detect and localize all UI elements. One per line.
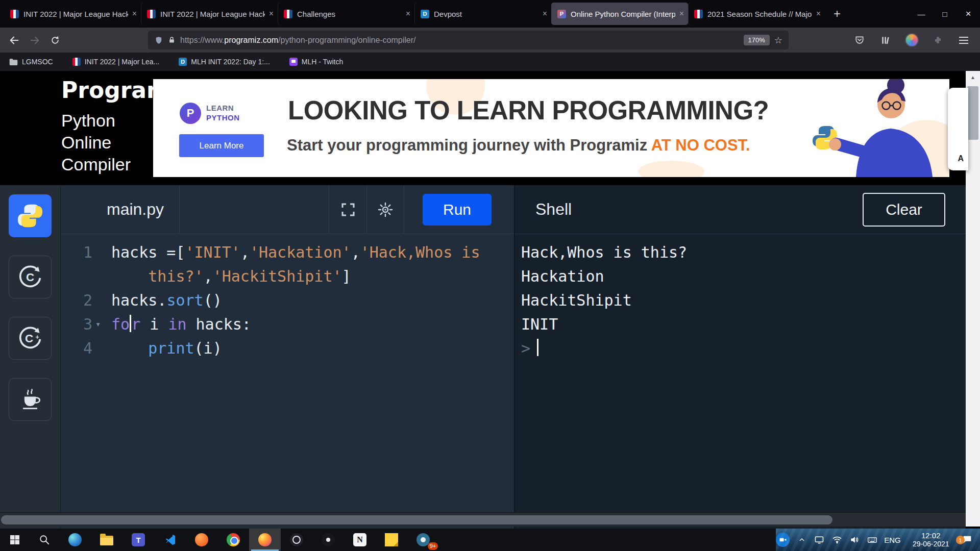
shell-prompt-row[interactable]: > — [521, 336, 966, 360]
windows-taskbar: T N 9+ — [0, 529, 980, 551]
hidden-icons-chevron[interactable] — [796, 534, 807, 545]
extension-icon[interactable] — [928, 31, 947, 49]
horizontal-scrollbar[interactable] — [0, 512, 966, 527]
line-number: 3 — [83, 312, 92, 336]
language-sidebar: C C + — [0, 185, 61, 529]
tab-init-2022-1[interactable]: INIT 2022 | Major League Hack × — [4, 3, 141, 25]
maximize-button[interactable]: □ — [933, 0, 957, 28]
line-number: 2 — [83, 288, 92, 312]
theme-toggle-button[interactable] — [366, 185, 404, 234]
library-icon[interactable] — [876, 31, 895, 49]
shell-cursor — [537, 339, 538, 356]
shell-output[interactable]: Hack,Whos is this? Hackation HackitShipi… — [515, 234, 966, 360]
tab-close-icon[interactable]: × — [269, 10, 274, 18]
code-editor-panel: main.py — [61, 185, 514, 529]
code-line[interactable]: 1 hacks =['INIT','Hackation','Hack,Whos … — [61, 240, 514, 264]
taskbar-app-edge[interactable] — [59, 529, 91, 551]
tab-devpost[interactable]: D Devpost × — [414, 3, 551, 25]
tracking-shield-icon[interactable] — [154, 36, 163, 45]
taskbar-app-sticky-notes[interactable] — [376, 529, 407, 551]
pocket-icon[interactable] — [850, 31, 869, 49]
cpp-language-button[interactable]: C + — [9, 317, 52, 360]
code-fold-arrow[interactable]: ▾ — [95, 312, 101, 336]
reload-button[interactable] — [46, 31, 64, 49]
code-area[interactable]: 1 hacks =['INIT','Hackation','Hack,Whos … — [61, 234, 514, 360]
taskbar-app-chrome[interactable] — [217, 529, 249, 551]
new-tab-button[interactable]: + — [828, 5, 846, 23]
taskbar-app-vscode[interactable] — [154, 529, 186, 551]
tab-challenges[interactable]: Challenges × — [278, 3, 414, 25]
tab-close-icon[interactable]: × — [679, 10, 684, 18]
tab-2021-season-schedule[interactable]: 2021 Season Schedule // Majo × — [688, 3, 825, 25]
learn-more-button[interactable]: Learn More — [179, 134, 264, 157]
lock-icon[interactable] — [168, 36, 176, 44]
close-button[interactable]: × — [957, 0, 980, 28]
floating-side-widget[interactable]: A — [948, 88, 968, 170]
run-button[interactable]: Run — [423, 194, 492, 226]
minimize-button[interactable]: — — [910, 0, 933, 28]
horizontal-scrollbar-thumb[interactable] — [1, 515, 832, 524]
bookmark-folder-lgmsoc[interactable]: LGMSOC — [9, 58, 53, 66]
wifi-tray-icon[interactable] — [831, 534, 842, 545]
tab-init-2022-2[interactable]: INIT 2022 | Major League Hack × — [141, 3, 278, 25]
account-avatar[interactable] — [902, 31, 921, 49]
windows-logo-icon — [10, 535, 20, 545]
bookmark-init-2022[interactable]: INIT 2022 | Major Lea... — [72, 58, 160, 66]
keyboard-tray-icon[interactable] — [867, 534, 877, 545]
menu-icon[interactable] — [954, 31, 973, 49]
taskbar-app-notion[interactable]: N — [344, 529, 376, 551]
java-language-button[interactable] — [9, 378, 52, 421]
bookmark-star-icon[interactable]: ☆ — [774, 35, 782, 46]
bookmark-mlh-twitch[interactable]: MLH - Twitch — [289, 58, 343, 66]
zoom-level-badge[interactable]: 170% — [744, 35, 770, 45]
scroll-up-arrow[interactable]: ▲ — [966, 71, 980, 80]
shell-prompt: > — [521, 339, 530, 357]
browser-tab-bar: INIT 2022 | Major League Hack × INIT 202… — [0, 0, 980, 28]
start-button[interactable] — [0, 529, 30, 551]
programiz-favicon: P — [557, 10, 566, 18]
taskbar-app-file-explorer[interactable] — [91, 529, 122, 551]
taskbar-search-button[interactable] — [30, 529, 59, 551]
code-line[interactable]: 4 print(i) — [61, 336, 514, 360]
tab-title: Challenges — [297, 10, 402, 18]
fullscreen-button[interactable] — [329, 185, 366, 234]
tab-close-icon[interactable]: × — [406, 10, 410, 18]
taskbar-app-dark[interactable] — [312, 529, 344, 551]
mlh-favicon — [10, 10, 19, 18]
notification-center-icon[interactable]: 1 — [961, 533, 974, 546]
taskbar-app-camera[interactable]: 9+ — [407, 529, 439, 551]
taskbar-clock[interactable]: 12:02 29-06-2021 — [908, 531, 954, 548]
forward-button[interactable] — [26, 31, 44, 49]
brightness-icon — [377, 202, 394, 218]
display-tray-icon[interactable] — [814, 534, 825, 545]
file-tab-mainpy[interactable]: main.py — [61, 185, 180, 234]
taskbar-app-obs[interactable] — [281, 529, 312, 551]
tab-title: INIT 2022 | Major League Hack — [23, 10, 128, 18]
vscode-icon — [164, 534, 176, 546]
c-language-button[interactable]: C — [9, 256, 52, 298]
input-language-indicator[interactable]: ENG — [884, 536, 901, 544]
volume-tray-icon[interactable] — [849, 534, 860, 545]
tab-online-python-compiler[interactable]: P Online Python Compiler (Interp × — [551, 3, 688, 25]
taskbar-app-orange[interactable] — [186, 529, 217, 551]
twitch-icon — [289, 58, 298, 66]
python-language-button[interactable] — [9, 194, 52, 237]
bookmark-mlh-init-day1[interactable]: D MLH INIT 2022: Day 1:... — [179, 58, 270, 66]
line-number: 4 — [83, 336, 92, 360]
tab-close-icon[interactable]: × — [132, 10, 137, 18]
taskbar-app-firefox[interactable] — [249, 529, 281, 551]
code-line[interactable]: 2 hacks.sort() — [61, 288, 514, 312]
back-button[interactable] — [5, 31, 23, 49]
tab-close-icon[interactable]: × — [816, 10, 821, 18]
tab-close-icon[interactable]: × — [543, 10, 547, 18]
url-bar[interactable]: https://www.programiz.com/python-program… — [148, 31, 789, 49]
taskbar-app-teams[interactable]: T — [122, 529, 154, 551]
code-line[interactable]: 3▾ for i in hacks: — [61, 312, 514, 336]
banner-ad[interactable]: P LEARN PYTHON Learn More LOOKING TO LEA… — [153, 79, 949, 177]
url-text[interactable]: https://www.programiz.com/python-program… — [180, 36, 739, 45]
vertical-scrollbar-thumb[interactable] — [967, 86, 978, 140]
code-line-wrap[interactable]: this?','HackitShipit'] — [61, 264, 514, 288]
ad-brand-text: LEARN PYTHON — [206, 103, 240, 122]
meet-now-icon[interactable] — [776, 533, 790, 547]
clear-button[interactable]: Clear — [863, 193, 945, 227]
